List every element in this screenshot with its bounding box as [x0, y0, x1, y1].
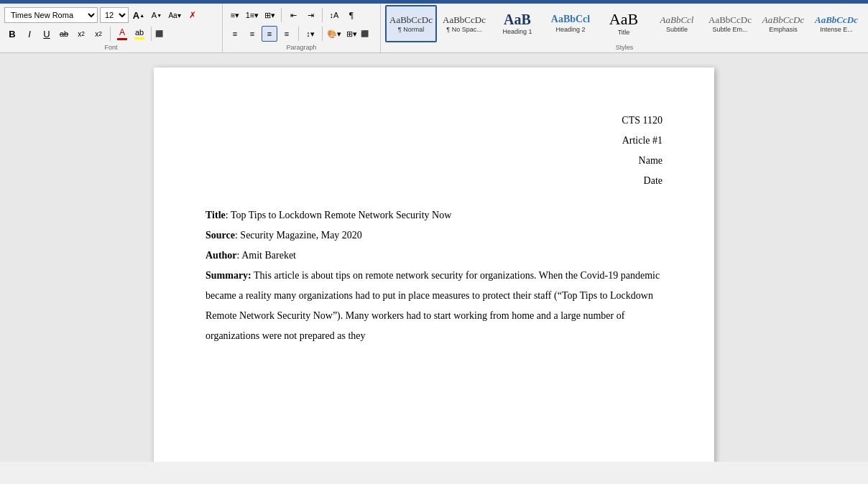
summary-line: Summary: This article is about tips on r…: [206, 266, 662, 346]
style-intense-em-preview: AaBbCcDc: [815, 15, 858, 24]
decrease-indent-button[interactable]: ⇤: [285, 7, 301, 23]
style-emphasis[interactable]: AaBbCcDc Emphasis: [757, 5, 809, 42]
document-page[interactable]: CTS 1120 Article #1 Name Date Title: Top…: [154, 68, 714, 462]
author-value: : Amit Bareket: [237, 250, 296, 261]
styles-section-label: Styles: [385, 42, 864, 51]
style-subtle-em[interactable]: AaBbCcDc Subtle Em...: [704, 5, 756, 42]
highlight-bar: ab: [134, 28, 144, 39]
style-subtitle-preview: AaBbCcl: [660, 15, 694, 24]
highlight-indicator: [134, 37, 144, 39]
increase-font-button[interactable]: A▲: [131, 7, 147, 23]
source-label: Source: [206, 230, 235, 241]
clear-formatting-button[interactable]: ✗: [185, 7, 200, 23]
multilevel-list-button[interactable]: ⊞▾: [262, 7, 277, 23]
numbering-button[interactable]: 1≡▾: [244, 7, 260, 23]
font-color-indicator: [117, 38, 127, 40]
author-label: Author: [206, 250, 237, 261]
sep4: [322, 8, 323, 22]
style-subtitle[interactable]: AaBbCcl Subtitle: [651, 5, 703, 42]
style-no-spacing-preview: AaBbCcDc: [443, 15, 486, 24]
page-body: Title: Top Tips to Lockdown Remote Netwo…: [206, 205, 662, 346]
style-heading2-label: Heading 2: [555, 26, 585, 33]
page-header: CTS 1120 Article #1 Name Date: [206, 111, 662, 191]
decrease-font-button[interactable]: A▼: [149, 7, 165, 23]
styles-gallery: AaBbCcDc ¶ Normal AaBbCcDc ¶ No Spac... …: [385, 5, 862, 42]
style-title[interactable]: AaB Title: [598, 5, 650, 42]
style-heading2-preview: AaBbCcl: [551, 14, 590, 24]
justify-button[interactable]: ≡: [279, 26, 295, 42]
date-line: Date: [206, 171, 662, 191]
font-section-label: Font: [4, 42, 218, 51]
font-expand-icon[interactable]: ⬛: [155, 30, 163, 37]
sep5: [298, 27, 299, 41]
paragraph-section-label: Paragraph: [227, 42, 376, 51]
style-emphasis-preview: AaBbCcDc: [762, 15, 804, 24]
source-value: : Security Magazine, May 2020: [235, 230, 362, 241]
style-subtle-em-preview: AaBbCcDc: [708, 15, 752, 24]
font-family-select[interactable]: Times New Roma: [4, 7, 98, 23]
font-color-button[interactable]: A: [114, 26, 130, 42]
bold-button[interactable]: B: [4, 26, 20, 42]
styles-section: AaBbCcDc ¶ Normal AaBbCcDc ¶ No Spac... …: [381, 4, 868, 52]
ribbon: Times New Roma 12 A▲ A▼ Aa▾ ✗ B I U ab x…: [0, 4, 868, 53]
style-no-spacing-label: ¶ No Spac...: [446, 26, 481, 33]
style-subtitle-label: Subtitle: [666, 26, 688, 33]
separator: [110, 27, 111, 41]
shading-button[interactable]: 🎨▾: [326, 26, 342, 42]
change-case-button[interactable]: Aa▾: [167, 7, 183, 23]
font-color-bar: A: [117, 27, 127, 40]
increase-indent-button[interactable]: ⇥: [303, 7, 318, 23]
style-intense-em[interactable]: AaBbCcDc Intense E...: [811, 5, 862, 42]
style-normal-label: ¶ Normal: [398, 26, 424, 33]
sep3: [281, 8, 282, 22]
style-intense-em-label: Intense E...: [820, 26, 853, 33]
summary-label: Summary:: [206, 270, 251, 281]
style-heading1[interactable]: AaB Heading 1: [491, 5, 543, 42]
show-formatting-button[interactable]: ¶: [343, 7, 359, 23]
course-line: CTS 1120: [206, 111, 662, 131]
bullets-button[interactable]: ≡▾: [227, 7, 243, 23]
style-normal[interactable]: AaBbCcDc ¶ Normal: [385, 5, 437, 42]
separator2: [151, 27, 152, 41]
style-heading1-label: Heading 1: [502, 28, 532, 35]
style-heading2[interactable]: AaBbCcl Heading 2: [545, 5, 596, 42]
highlight-button[interactable]: ab: [131, 26, 147, 42]
align-center-button[interactable]: ≡: [244, 26, 260, 42]
sep6: [322, 27, 323, 41]
summary-text: This article is about tips on remote net…: [206, 270, 660, 341]
title-value: : Top Tips to Lockdown Remote Network Se…: [226, 210, 452, 220]
underline-button[interactable]: U: [39, 26, 55, 42]
title-line: Title: Top Tips to Lockdown Remote Netwo…: [206, 205, 662, 225]
italic-button[interactable]: I: [22, 26, 37, 42]
style-no-spacing[interactable]: AaBbCcDc ¶ No Spac...: [438, 5, 490, 42]
name-line: Name: [206, 151, 662, 171]
style-subtle-em-label: Subtle Em...: [712, 26, 747, 33]
title-label: Title: [206, 210, 226, 220]
style-title-label: Title: [618, 29, 630, 36]
subscript-button[interactable]: x2: [73, 26, 89, 42]
align-right-button[interactable]: ≡: [262, 26, 277, 42]
font-size-select[interactable]: 12: [100, 7, 129, 23]
strikethrough-button[interactable]: ab: [56, 26, 72, 42]
superscript-button[interactable]: x2: [91, 26, 106, 42]
source-line: Source: Security Magazine, May 2020: [206, 225, 662, 246]
paragraph-section: ≡▾ 1≡▾ ⊞▾ ⇤ ⇥ ↕A ¶ ≡ ≡ ≡ ≡ ↕▾ 🎨▾ ⊞▾ ⬛: [223, 4, 381, 52]
sort-button[interactable]: ↕A: [326, 7, 342, 23]
paragraph-expand-icon[interactable]: ⬛: [361, 30, 369, 37]
line-spacing-button[interactable]: ↕▾: [303, 26, 318, 42]
style-title-preview: AaB: [609, 11, 638, 27]
style-emphasis-label: Emphasis: [769, 26, 798, 33]
article-line: Article #1: [206, 131, 662, 151]
font-section: Times New Roma 12 A▲ A▼ Aa▾ ✗ B I U ab x…: [0, 4, 223, 52]
document-area: CTS 1120 Article #1 Name Date Title: Top…: [0, 53, 868, 462]
author-line: Author: Amit Bareket: [206, 246, 662, 266]
style-normal-preview: AaBbCcDc: [389, 15, 433, 24]
style-heading1-preview: AaB: [504, 12, 531, 27]
align-left-button[interactable]: ≡: [227, 26, 243, 42]
borders-button[interactable]: ⊞▾: [343, 26, 359, 42]
